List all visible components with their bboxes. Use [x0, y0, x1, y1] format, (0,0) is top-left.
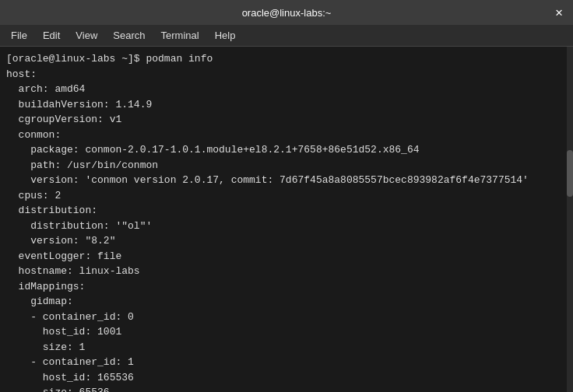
- title-bar-text: oracle@linux-labs:~: [242, 7, 332, 19]
- scrollbar-thumb[interactable]: [567, 150, 573, 197]
- scrollbar[interactable]: [567, 47, 573, 392]
- title-bar: oracle@linux-labs:~ ✕: [0, 0, 573, 25]
- menu-terminal[interactable]: Terminal: [153, 26, 207, 44]
- terminal-window: oracle@linux-labs:~ ✕ File Edit View Sea…: [0, 0, 573, 392]
- menu-search[interactable]: Search: [105, 26, 153, 44]
- menu-help[interactable]: Help: [207, 26, 244, 44]
- menu-view[interactable]: View: [68, 26, 105, 44]
- terminal-output[interactable]: [oracle@linux-labs ~]$ podman info host:…: [0, 47, 573, 392]
- menu-bar: File Edit View Search Terminal Help: [0, 25, 573, 47]
- terminal-text: [oracle@linux-labs ~]$ podman info host:…: [6, 51, 567, 392]
- close-button[interactable]: ✕: [551, 5, 567, 20]
- menu-file[interactable]: File: [3, 26, 35, 44]
- menu-edit[interactable]: Edit: [35, 26, 68, 44]
